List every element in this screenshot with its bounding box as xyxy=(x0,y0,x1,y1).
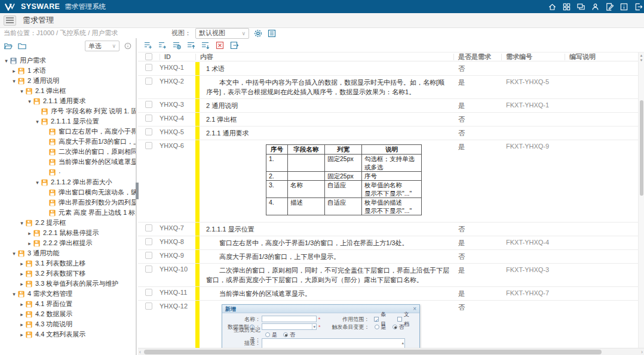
chevron-right-icon[interactable]: ▸ xyxy=(19,322,25,328)
row-content[interactable]: 当前弹出窗外的区域遮罩显示。 xyxy=(195,287,453,300)
tree-item[interactable]: 弹出窗口横向无滚动条，纵向超出最... xyxy=(0,187,136,197)
checkbox[interactable] xyxy=(145,252,152,259)
chevron-down-icon[interactable]: ▾ xyxy=(34,180,41,186)
checkbox[interactable] xyxy=(145,128,152,135)
messages-icon[interactable] xyxy=(576,2,585,11)
collapse-all-icon[interactable] xyxy=(17,42,27,51)
scroll-right-icon[interactable]: › xyxy=(641,349,643,355)
info-icon[interactable] xyxy=(620,2,628,11)
tree-item[interactable]: 当前弹出窗外的区域遮罩显示。 xyxy=(0,157,136,167)
row-checkbox[interactable] xyxy=(138,250,160,263)
tree-item[interactable]: 高度大于界面1/3的窗口，上下居中显... xyxy=(0,137,136,147)
tree-item[interactable]: ▸4.3 功能说明 xyxy=(0,319,136,329)
row-content[interactable]: 序号字段名称列宽说明1.固定25px勾选框；支持单选或多选2.固定25px序号3… xyxy=(195,140,453,222)
checkbox[interactable] xyxy=(145,289,152,296)
tree-item[interactable]: ▾2.1.1.1 显示位置 xyxy=(0,116,136,126)
panel-splitter-handle[interactable] xyxy=(136,183,139,199)
move-up-button[interactable] xyxy=(186,41,196,50)
tree-item[interactable]: · xyxy=(0,167,136,177)
chevron-right-icon[interactable]: ▸ xyxy=(19,281,25,287)
chevron-right-icon[interactable]: ▸ xyxy=(19,271,25,277)
view-list-icon[interactable] xyxy=(267,29,277,38)
row-checkbox[interactable] xyxy=(138,264,160,286)
chevron-right-icon[interactable]: ▸ xyxy=(11,68,17,74)
menu-icon[interactable] xyxy=(4,16,16,26)
checkbox[interactable] xyxy=(145,142,152,149)
home-icon[interactable] xyxy=(548,2,557,11)
row-checkbox[interactable] xyxy=(138,113,160,126)
tree-item[interactable]: ▾3 通用功能 xyxy=(0,248,136,258)
row-checkbox[interactable] xyxy=(138,223,160,236)
row-content[interactable]: 新增×名称：*作用范围：条目文档数据类型i：▾*触发条目变更：是否生成历史记录：… xyxy=(195,301,453,348)
row-content[interactable]: 2.1.1 通用要求 xyxy=(195,126,453,140)
tree-item[interactable]: ▾用户需求 xyxy=(0,55,136,66)
add-child-button[interactable] xyxy=(158,41,167,50)
chevron-right-icon[interactable]: ▸ xyxy=(19,301,25,307)
chevron-right-icon[interactable]: ▸ xyxy=(19,332,25,338)
chevron-down-icon[interactable]: ▾ xyxy=(11,251,17,257)
chevron-right-icon[interactable]: ▸ xyxy=(26,230,33,236)
chevron-down-icon[interactable]: ▾ xyxy=(34,119,41,125)
apps-icon[interactable] xyxy=(562,2,571,11)
delete-button[interactable] xyxy=(215,41,225,50)
tree-item[interactable]: 窗口左右居中，高度小于界面1/3的窗... xyxy=(0,126,136,137)
row-content[interactable]: 高度大于界面1/3的窗口，上下居中显示。 xyxy=(195,250,453,263)
row-checkbox[interactable] xyxy=(138,62,160,75)
tree-item[interactable]: 弹出界面按列数分为四列显示和双列... xyxy=(0,197,136,208)
chevron-down-icon[interactable]: ▾ xyxy=(19,220,25,226)
scroll-left-icon[interactable]: ‹ xyxy=(139,349,141,355)
checkbox[interactable] xyxy=(145,115,152,122)
insert-row-button[interactable] xyxy=(172,41,182,50)
row-content[interactable]: 2.1 弹出框 xyxy=(195,113,453,126)
chevron-down-icon[interactable]: ▾ xyxy=(3,58,10,64)
view-select[interactable]: 默认视图 ∨ xyxy=(195,28,249,39)
chevron-down-icon[interactable]: ▾ xyxy=(11,78,17,84)
row-checkbox[interactable] xyxy=(138,140,160,222)
row-content[interactable]: 二次弹出的窗口，原则相同，同时，不可完全盖住下层窗口，界面上沿低于下层窗口，或界… xyxy=(195,264,453,286)
tree-item[interactable]: 元素 高度 界面上边线 1 标题栏 28 内... xyxy=(0,208,136,218)
checkbox[interactable] xyxy=(145,224,152,231)
row-content[interactable]: 窗口左右居中，高度小于界面1/3的窗口，上沿在界面上方1/3处。 xyxy=(195,236,453,249)
tree-item[interactable]: ▸1 术语 xyxy=(0,66,136,76)
checkbox[interactable] xyxy=(145,78,152,85)
tree-item[interactable]: ▸3.2 列表数据下移 xyxy=(0,268,136,279)
tree-item[interactable]: 二次弹出的窗口，原则相同，同时，... xyxy=(0,147,136,157)
row-checkbox[interactable] xyxy=(138,301,160,348)
row-checkbox[interactable] xyxy=(138,99,160,112)
chevron-down-icon[interactable]: ▾ xyxy=(19,88,25,94)
tree-item[interactable]: ▾2 通用说明 xyxy=(0,76,136,86)
info-icon[interactable] xyxy=(124,42,132,50)
tree-item[interactable]: ▸2.2.2 弹出框提示 xyxy=(0,238,136,248)
scroll-down-icon[interactable]: ▾ xyxy=(639,58,644,63)
row-content[interactable]: 2 通用说明 xyxy=(195,99,453,112)
checkbox[interactable] xyxy=(145,64,152,71)
tree-item[interactable]: ▾2.2 提示框 xyxy=(0,218,136,228)
chevron-right-icon[interactable]: ▸ xyxy=(19,311,25,317)
tree-item[interactable]: ▸4.1 界面位置 xyxy=(0,299,136,309)
select-mode-dropdown[interactable]: 单选 ∨ xyxy=(85,41,119,51)
doc-edit-icon[interactable] xyxy=(605,2,614,11)
chevron-down-icon[interactable]: ▾ xyxy=(11,291,17,297)
checkbox[interactable] xyxy=(145,302,152,310)
tree-item[interactable]: ▾2.1.1.2 弹出界面大小 xyxy=(0,177,136,187)
checkbox[interactable] xyxy=(145,266,152,273)
checkbox[interactable] xyxy=(145,238,152,245)
export-button[interactable] xyxy=(229,41,239,50)
row-checkbox[interactable] xyxy=(138,126,160,140)
horizontal-scroll-thumb[interactable] xyxy=(144,350,602,354)
tree-item[interactable]: ▸2.2.1 鼠标悬停提示 xyxy=(0,228,136,238)
tree-item[interactable]: ▸3.3 枚举值列表的展示与维护 xyxy=(0,279,136,289)
row-content[interactable]: 1 术语 xyxy=(195,62,453,75)
checkbox[interactable] xyxy=(145,101,152,108)
tree-item[interactable]: ▸3.1 列表数据上移 xyxy=(0,258,136,268)
tree-item[interactable]: ▾2.1.1 通用要求 xyxy=(0,96,136,106)
tree-item[interactable]: ▸4.2 数据展示 xyxy=(0,309,136,319)
chevron-right-icon[interactable]: ▸ xyxy=(19,261,25,267)
chevron-right-icon[interactable]: ▸ xyxy=(26,240,33,246)
exit-icon[interactable] xyxy=(634,2,643,11)
row-checkbox[interactable] xyxy=(138,236,160,249)
vertical-scroll-thumb[interactable] xyxy=(640,100,643,196)
row-content[interactable]: 本文中，中括号中内容为平台插入的数据，数据显示时无中括号。如，名称[顺序号]，表… xyxy=(195,76,453,98)
scroll-up-icon[interactable]: ▴ xyxy=(639,53,644,58)
row-checkbox[interactable] xyxy=(138,76,160,98)
